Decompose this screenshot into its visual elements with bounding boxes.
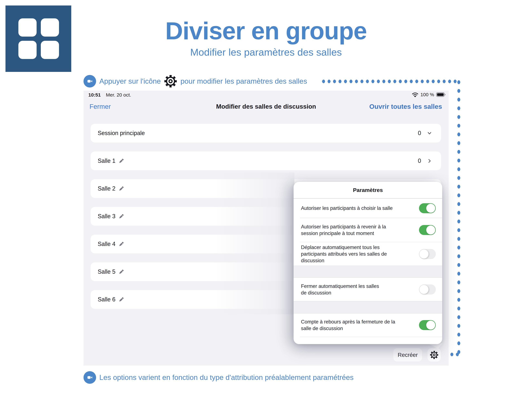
- dotted-guide-vertical: [457, 80, 461, 357]
- edit-pencil-icon[interactable]: [118, 186, 124, 191]
- video-camera-icon: [84, 371, 96, 384]
- wifi-icon: [412, 92, 418, 97]
- page-subtitle: Modifier les paramètres des salles: [0, 47, 532, 58]
- edit-pencil-icon[interactable]: [118, 297, 124, 302]
- open-all-rooms-link[interactable]: Ouvrir toutes les salles: [369, 103, 442, 110]
- edit-pencil-icon[interactable]: [118, 158, 124, 164]
- status-date: Mer. 20 oct.: [106, 92, 131, 98]
- page: Diviser en groupe Modifier les paramètre…: [0, 0, 532, 411]
- room-row-main-session[interactable]: Session principale 0: [91, 124, 441, 142]
- setting-label: Déplacer automatiquement tous les partic…: [301, 244, 419, 264]
- participant-count: 0: [418, 158, 421, 164]
- room-label: Salle 1: [98, 158, 115, 164]
- setting-label: Compte à rebours après la fermeture de l…: [301, 318, 419, 332]
- chevron-down-icon[interactable]: [427, 131, 432, 136]
- page-title: Diviser en groupe: [0, 17, 532, 45]
- setting-auto-close-rooms: Fermer automatiquement les salles de dis…: [294, 278, 442, 301]
- instruction-top-text-after: pour modifier les paramètres des salles: [180, 77, 307, 85]
- room-label: Salle 3: [98, 213, 115, 220]
- toggle-auto-move-participants[interactable]: [419, 249, 436, 259]
- settings-popover: Paramètres Autoriser les participants à …: [294, 182, 442, 344]
- instruction-top-text-before: Appuyer sur l'icône: [99, 77, 161, 85]
- popover-title: Paramètres: [294, 182, 442, 199]
- instruction-bottom-text: Les options varient en fonction du type …: [99, 373, 353, 382]
- nav-bar: Fermer Modifier des salles de discussion…: [84, 101, 449, 112]
- status-time: 10:51: [88, 92, 101, 98]
- battery-icon: [436, 92, 446, 97]
- edit-pencil-icon[interactable]: [118, 269, 124, 274]
- recreate-label: Recréer: [398, 352, 418, 358]
- setting-auto-move-participants: Déplacer automatiquement tous les partic…: [294, 242, 442, 266]
- room-row-salle-1[interactable]: Salle 1 0: [91, 151, 441, 170]
- setting-label: Autoriser les participants à choisir la …: [301, 205, 419, 211]
- edit-pencil-icon[interactable]: [118, 214, 124, 219]
- toggle-countdown-after-close[interactable]: [419, 320, 436, 330]
- battery-percent: 100 %: [420, 92, 434, 97]
- participant-count: 0: [418, 130, 421, 137]
- toggle-return-main-session[interactable]: [419, 225, 436, 235]
- setting-return-main-session: Autoriser les participants à revenir à l…: [294, 218, 442, 242]
- room-label: Session principale: [98, 130, 145, 137]
- setting-label: Autoriser les participants à revenir à l…: [301, 223, 419, 237]
- setting-label: Fermer automatiquement les salles de dis…: [301, 283, 419, 296]
- instruction-top: Appuyer sur l'icône pour modifier les pa…: [84, 74, 307, 88]
- setting-choose-room: Autoriser les participants à choisir la …: [294, 199, 442, 218]
- status-bar: 10:51 Mer. 20 oct. 100 %: [84, 91, 449, 99]
- setting-countdown-after-close: Compte à rebours après la fermeture de l…: [294, 314, 442, 337]
- gear-icon: [164, 75, 177, 88]
- room-settings-button[interactable]: [428, 348, 441, 362]
- toggle-choose-room[interactable]: [419, 203, 436, 213]
- row-fade-overlay: [214, 172, 294, 314]
- edit-pencil-icon[interactable]: [118, 241, 124, 247]
- chevron-right-icon[interactable]: [427, 158, 432, 163]
- room-label: Salle 6: [98, 296, 115, 303]
- gear-icon: [430, 351, 438, 359]
- video-camera-icon: [84, 75, 96, 87]
- dotted-guide-top: [322, 79, 459, 83]
- instruction-bottom: Les options varient en fonction du type …: [84, 370, 353, 384]
- room-label: Salle 5: [98, 268, 115, 275]
- recreate-button[interactable]: Recréer: [393, 348, 422, 362]
- room-label: Salle 2: [98, 185, 115, 192]
- room-label: Salle 4: [98, 241, 115, 247]
- toggle-auto-close-rooms[interactable]: [419, 284, 436, 294]
